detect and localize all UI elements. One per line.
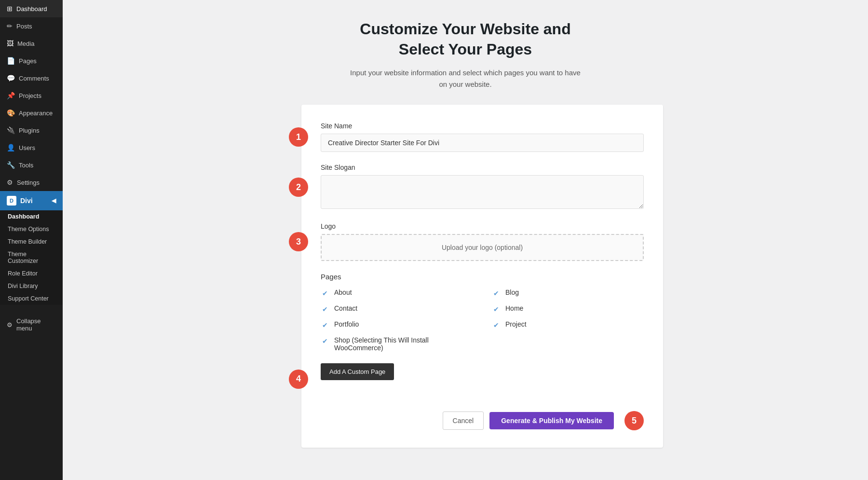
media-icon: 🖼 bbox=[7, 40, 14, 47]
pages-icon: 📄 bbox=[7, 57, 15, 65]
step-2-badge: 2 bbox=[289, 178, 308, 197]
sidebar-sub-item-dashboard[interactable]: Dashboard bbox=[0, 210, 63, 223]
sidebar-sub-item-theme-builder[interactable]: Theme Builder bbox=[0, 235, 63, 248]
sidebar-item-comments[interactable]: 💬 Comments bbox=[0, 69, 63, 87]
logo-label: Logo bbox=[321, 222, 644, 230]
sidebar-item-media[interactable]: 🖼 Media bbox=[0, 35, 63, 52]
page-checkbox-project[interactable]: ✔ Project bbox=[492, 320, 644, 329]
cancel-button[interactable]: Cancel bbox=[443, 411, 484, 430]
collapse-menu-button[interactable]: ⚙ Collapse menu bbox=[0, 313, 63, 337]
sidebar-sub-item-support-center[interactable]: Support Center bbox=[0, 292, 63, 305]
check-project-icon: ✔ bbox=[492, 321, 501, 329]
main-content: Customize Your Website andSelect Your Pa… bbox=[63, 0, 868, 480]
form-actions: Cancel Generate & Publish My Website 5 bbox=[321, 406, 644, 430]
divi-logo-icon: D bbox=[7, 196, 16, 206]
check-contact-icon: ✔ bbox=[321, 305, 329, 314]
divi-section: D Divi ◀ bbox=[0, 191, 63, 210]
site-name-label: Site Name bbox=[321, 122, 644, 130]
check-about-icon: ✔ bbox=[321, 289, 329, 298]
step-1-badge: 1 bbox=[289, 127, 308, 147]
sidebar-item-tools[interactable]: 🔧 Tools bbox=[0, 156, 63, 174]
plugins-icon: 🔌 bbox=[7, 126, 15, 134]
check-portfolio-icon: ✔ bbox=[321, 321, 329, 329]
sidebar-item-plugins[interactable]: 🔌 Plugins bbox=[0, 122, 63, 139]
users-icon: 👤 bbox=[7, 144, 15, 151]
pages-grid: ✔ About ✔ Blog ✔ Contact ✔ bbox=[321, 288, 644, 352]
sidebar-item-appearance[interactable]: 🎨 Appearance bbox=[0, 104, 63, 122]
site-name-input[interactable] bbox=[321, 134, 644, 152]
page-checkbox-about[interactable]: ✔ About bbox=[321, 288, 473, 298]
pages-section-label: Pages bbox=[321, 273, 644, 281]
page-checkbox-home[interactable]: ✔ Home bbox=[492, 304, 644, 314]
sidebar-sub-item-divi-library[interactable]: Divi Library bbox=[0, 280, 63, 292]
appearance-icon: 🎨 bbox=[7, 109, 15, 117]
sidebar-sub-item-theme-options[interactable]: Theme Options bbox=[0, 223, 63, 235]
site-slogan-label: Site Slogan bbox=[321, 164, 644, 171]
step-3-badge: 3 bbox=[289, 232, 308, 251]
check-shop-icon: ✔ bbox=[321, 337, 329, 345]
site-slogan-input[interactable] bbox=[321, 175, 644, 209]
sidebar: ⊞ Dashboard ✏ Posts 🖼 Media 📄 Pages 💬 Co… bbox=[0, 0, 63, 480]
tools-icon: 🔧 bbox=[7, 161, 15, 169]
page-title: Customize Your Website andSelect Your Pa… bbox=[268, 19, 663, 59]
sidebar-item-pages[interactable]: 📄 Pages bbox=[0, 52, 63, 69]
sidebar-sub-item-role-editor[interactable]: Role Editor bbox=[0, 267, 63, 280]
sidebar-item-projects[interactable]: 📌 Projects bbox=[0, 87, 63, 104]
center-panel: Customize Your Website andSelect Your Pa… bbox=[268, 19, 663, 448]
site-slogan-group: 2 Site Slogan bbox=[321, 164, 644, 211]
logo-group: 3 Logo Upload your logo (optional) bbox=[321, 222, 644, 261]
page-checkbox-portfolio[interactable]: ✔ Portfolio bbox=[321, 320, 473, 329]
page-checkbox-contact[interactable]: ✔ Contact bbox=[321, 304, 473, 314]
page-checkbox-shop[interactable]: ✔ Shop (Selecting This Will Install WooC… bbox=[321, 336, 473, 352]
sidebar-item-settings[interactable]: ⚙ Settings bbox=[0, 174, 63, 191]
divi-menu-header[interactable]: D Divi ◀ bbox=[0, 191, 63, 210]
sidebar-item-users[interactable]: 👤 Users bbox=[0, 139, 63, 156]
publish-wrapper: Generate & Publish My Website 5 bbox=[489, 411, 644, 430]
add-page-wrapper: 4 Add A Custom Page bbox=[321, 363, 394, 395]
logo-upload-area[interactable]: Upload your logo (optional) bbox=[321, 234, 644, 261]
sidebar-sub-item-theme-customizer[interactable]: Theme Customizer bbox=[0, 248, 63, 267]
sidebar-item-dashboard[interactable]: ⊞ Dashboard bbox=[0, 0, 63, 17]
dashboard-icon: ⊞ bbox=[7, 5, 13, 13]
page-subtitle: Input your website information and selec… bbox=[268, 67, 663, 90]
settings-icon: ⚙ bbox=[7, 178, 13, 186]
divi-arrow-icon: ◀ bbox=[52, 197, 56, 204]
add-custom-page-button[interactable]: Add A Custom Page bbox=[321, 363, 394, 380]
comments-icon: 💬 bbox=[7, 74, 15, 82]
site-name-group: 1 Site Name bbox=[321, 122, 644, 152]
posts-icon: ✏ bbox=[7, 22, 13, 30]
step-5-badge: 5 bbox=[624, 411, 644, 430]
divi-sub-menu: Dashboard Theme Options Theme Builder Th… bbox=[0, 210, 63, 305]
page-checkbox-blog[interactable]: ✔ Blog bbox=[492, 288, 644, 298]
publish-button[interactable]: Generate & Publish My Website bbox=[489, 412, 614, 429]
form-card: 1 Site Name 2 Site Slogan 3 Logo Upload … bbox=[301, 105, 663, 448]
check-home-icon: ✔ bbox=[492, 305, 501, 314]
step-4-badge: 4 bbox=[289, 370, 308, 389]
collapse-icon: ⚙ bbox=[7, 321, 13, 329]
pages-group: Pages ✔ About ✔ Blog ✔ Cont bbox=[321, 273, 644, 395]
sidebar-item-posts[interactable]: ✏ Posts bbox=[0, 17, 63, 35]
projects-icon: 📌 bbox=[7, 92, 15, 99]
check-blog-icon: ✔ bbox=[492, 289, 501, 298]
